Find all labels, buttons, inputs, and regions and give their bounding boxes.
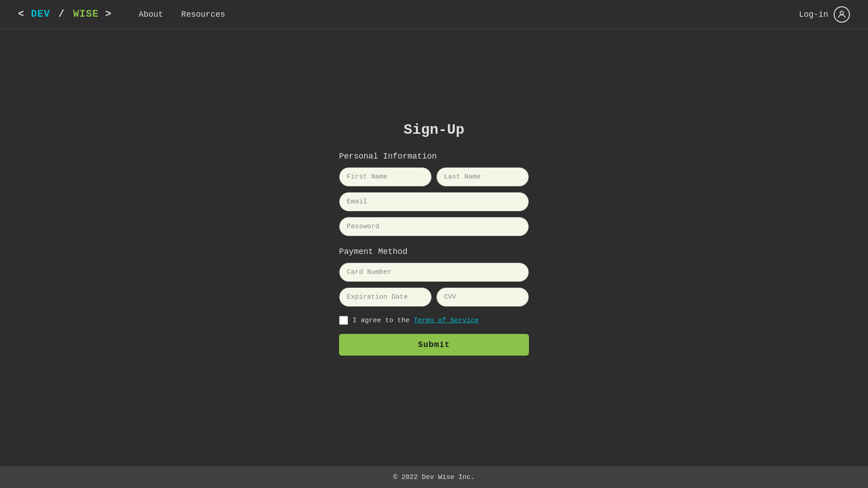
svg-point-0: [840, 11, 843, 14]
expiration-date-input[interactable]: [339, 287, 432, 307]
card-number-input[interactable]: [339, 263, 529, 282]
logo-wise: WISE: [73, 9, 99, 20]
user-icon[interactable]: [834, 6, 850, 23]
tos-text-before: I agree to the: [353, 317, 414, 324]
page-title: Sign-Up: [339, 122, 529, 138]
logo-dev: DEV: [31, 9, 50, 20]
submit-button[interactable]: Submit: [339, 334, 529, 356]
tos-label: I agree to the Terms of Service: [353, 317, 479, 324]
footer: © 2022 Dev Wise Inc.: [0, 466, 868, 488]
expiry-cvv-row: [339, 287, 529, 307]
tos-checkbox[interactable]: [339, 316, 348, 325]
login-text[interactable]: Log-in: [799, 10, 828, 19]
logo-bracket-close: >: [105, 9, 112, 20]
last-name-input[interactable]: [436, 167, 529, 187]
logo-bracket-open: <: [18, 9, 24, 20]
password-input[interactable]: [339, 217, 529, 236]
email-input[interactable]: [339, 192, 529, 211]
email-row: [339, 192, 529, 211]
cvv-input[interactable]: [436, 287, 529, 307]
personal-info-label: Personal Information: [339, 152, 529, 161]
form-container: Sign-Up Personal Information Payment Met…: [339, 122, 529, 356]
header-left: < DEV / WISE > About Resources: [18, 9, 225, 20]
payment-method-section: Payment Method: [339, 247, 529, 307]
payment-method-label: Payment Method: [339, 247, 529, 256]
name-row: [339, 167, 529, 187]
card-number-row: [339, 263, 529, 282]
tos-link[interactable]: Terms of Service: [414, 317, 479, 324]
tos-row: I agree to the Terms of Service: [339, 316, 529, 325]
main-content: Sign-Up Personal Information Payment Met…: [0, 29, 868, 466]
header: < DEV / WISE > About Resources Log-in: [0, 0, 868, 29]
nav-resources[interactable]: Resources: [181, 10, 225, 19]
nav-about[interactable]: About: [139, 10, 163, 19]
logo-slash: /: [58, 9, 65, 20]
personal-info-section: Personal Information: [339, 152, 529, 236]
footer-copyright: © 2022 Dev Wise Inc.: [393, 474, 475, 481]
nav: About Resources: [139, 10, 225, 19]
first-name-input[interactable]: [339, 167, 432, 187]
header-right: Log-in: [799, 6, 850, 23]
password-row: [339, 217, 529, 236]
logo: < DEV / WISE >: [18, 9, 112, 20]
